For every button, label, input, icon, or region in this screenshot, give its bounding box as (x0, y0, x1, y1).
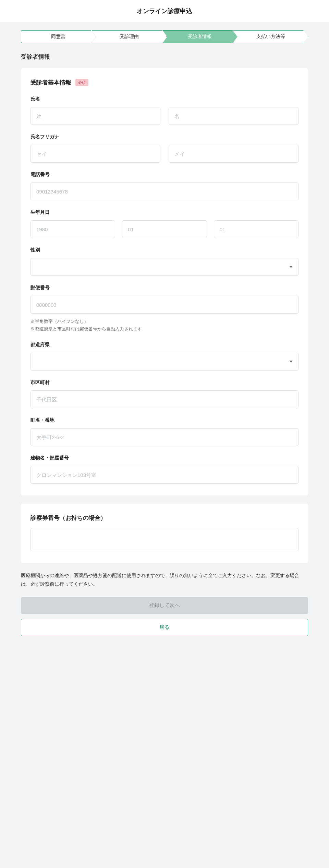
chevron-down-icon (289, 266, 293, 268)
postal-label: 郵便番号 (31, 285, 298, 291)
dob-day-input[interactable] (214, 220, 298, 238)
building-input[interactable] (31, 466, 298, 484)
dob-month-input[interactable] (122, 220, 207, 238)
step-payment[interactable]: 支払い方法等 (233, 30, 308, 43)
patient-card-number-card: 診察券番号（お持ちの場合） (21, 504, 308, 563)
postal-input[interactable] (31, 296, 298, 314)
phone-label: 電話番号 (31, 172, 298, 178)
section-title-basic: 受診者基本情報 (31, 79, 71, 86)
required-badge: 必須 (75, 79, 88, 86)
first-name-input[interactable] (169, 107, 298, 125)
section-title-card-number: 診察券番号（お持ちの場合） (31, 514, 298, 522)
submit-button[interactable]: 登録して次へ (21, 597, 308, 614)
prefecture-label: 都道府県 (31, 342, 298, 348)
back-button[interactable]: 戻る (21, 619, 308, 636)
prefecture-select[interactable] (31, 353, 298, 371)
postal-hint: ※半角数字（ハイフンなし） ※都道府県と市区町村は郵便番号から自動入力されます (31, 318, 298, 333)
street-input[interactable] (31, 428, 298, 446)
phone-input[interactable] (31, 183, 298, 200)
basic-info-card: 受診者基本情報 必須 氏名 氏名フリガナ 電話番号 生年月日 (21, 68, 308, 495)
patient-card-number-input[interactable] (31, 528, 298, 551)
dob-year-input[interactable] (31, 220, 115, 238)
app-header: オンライン診療申込 (0, 0, 329, 22)
step-consent[interactable]: 同意書 (21, 30, 96, 43)
city-input[interactable] (31, 390, 298, 408)
page-header-title: オンライン診療申込 (0, 7, 329, 15)
last-name-kana-input[interactable] (31, 145, 160, 163)
street-label: 町名・番地 (31, 417, 298, 423)
page-title: 受診者情報 (21, 53, 308, 61)
progress-stepper: 同意書 受診理由 受診者情報 支払い方法等 (21, 30, 308, 43)
building-label: 建物名・部屋番号 (31, 455, 298, 461)
dob-label: 生年月日 (31, 209, 298, 215)
first-name-kana-input[interactable] (169, 145, 298, 163)
step-patient-info[interactable]: 受診者情報 (162, 30, 237, 43)
section-header: 受診者基本情報 必須 (31, 79, 298, 86)
step-reason[interactable]: 受診理由 (92, 30, 167, 43)
gender-label: 性別 (31, 247, 298, 253)
chevron-down-icon (289, 361, 293, 363)
last-name-input[interactable] (31, 107, 160, 125)
kana-label: 氏名フリガナ (31, 134, 298, 140)
name-label: 氏名 (31, 96, 298, 102)
form-notice: 医療機関からの連絡や、医薬品や処方箋の配送に使用されますので、誤りの無いように全… (21, 571, 308, 588)
gender-select[interactable] (31, 258, 298, 276)
city-label: 市区町村 (31, 379, 298, 386)
